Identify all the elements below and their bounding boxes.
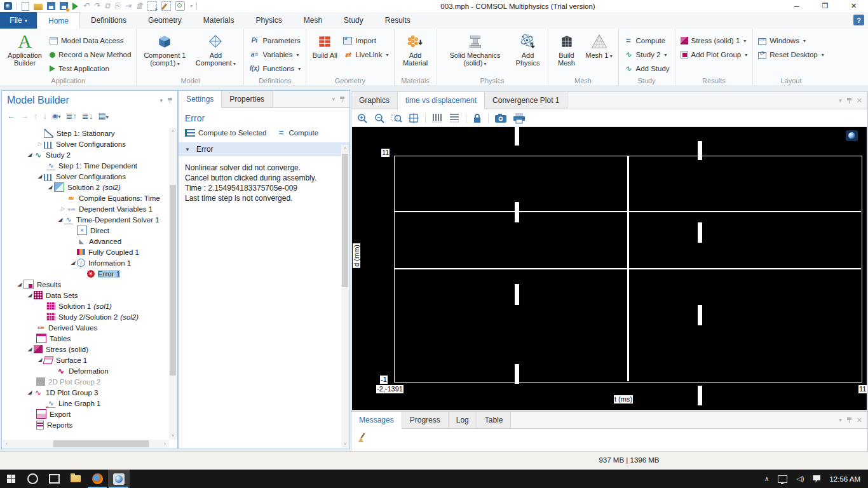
clock[interactable]: 12:56 AM bbox=[829, 475, 860, 483]
snapshot-camera-icon[interactable] bbox=[494, 113, 507, 123]
select-box-icon[interactable] bbox=[147, 1, 157, 11]
zoom-selection-icon[interactable] bbox=[175, 1, 185, 11]
close-button[interactable]: ✕ bbox=[839, 0, 868, 12]
save-as-icon[interactable] bbox=[60, 2, 68, 10]
tree-item-solution-2[interactable]: ◢Solution 2(sol2) bbox=[3, 182, 169, 193]
collapse-arrow[interactable]: ◢ bbox=[46, 182, 54, 193]
tab-log[interactable]: Log bbox=[449, 412, 477, 428]
copy-icon[interactable]: ⧉ bbox=[104, 2, 110, 10]
tab-definitions[interactable]: Definitions bbox=[80, 12, 137, 29]
run-icon[interactable] bbox=[72, 3, 78, 10]
print-icon[interactable] bbox=[513, 112, 526, 124]
tree-item-error-1[interactable]: Error 1 bbox=[3, 268, 169, 279]
chevron-down-icon[interactable]: ▾ bbox=[332, 96, 335, 102]
tree-item-fully-coupled-1[interactable]: Fully Coupled 1 bbox=[3, 247, 169, 257]
plot-canvas[interactable]: 11 -1 -2,-1391 11 t (ms) d (mm) bbox=[352, 127, 867, 410]
collapse-arrow[interactable]: ◢ bbox=[69, 257, 77, 268]
file-menu-button[interactable]: File▾ bbox=[0, 12, 37, 29]
add-physics-button[interactable]: Add Physics bbox=[513, 31, 543, 67]
cortana-button[interactable] bbox=[22, 470, 43, 488]
solid-mechanics-button[interactable]: Solid Mechanics (solid) bbox=[442, 31, 508, 68]
collapse-arrow[interactable]: ◢ bbox=[25, 290, 34, 301]
tab-physics[interactable]: Physics bbox=[245, 12, 292, 29]
add-component-button[interactable]: Add Component bbox=[193, 31, 238, 68]
tab-results[interactable]: Results bbox=[374, 12, 421, 29]
tree-item-reports[interactable]: Reports bbox=[3, 419, 169, 430]
tab-time-vs-displacement[interactable]: time vs displacement bbox=[398, 92, 485, 109]
tab-materials[interactable]: Materials bbox=[193, 12, 245, 29]
tab-geometry[interactable]: Geometry bbox=[137, 12, 193, 29]
paste-icon[interactable]: ⎘ bbox=[114, 2, 121, 10]
tab-settings[interactable]: Settings bbox=[179, 91, 222, 108]
tree-item-data-sets[interactable]: ◢Data Sets bbox=[3, 290, 169, 301]
maximize-button[interactable]: ❐ bbox=[811, 0, 839, 12]
tree-item-solution-1-dataset[interactable]: Solution 1(sol1) bbox=[3, 301, 169, 311]
compute-to-selected-button[interactable]: Compute to Selected bbox=[185, 127, 266, 139]
tree-item-2d-plot-group-2[interactable]: 2D Plot Group 2 bbox=[3, 376, 169, 387]
compute-button-settings[interactable]: =Compute bbox=[276, 127, 318, 139]
tab-home[interactable]: Home bbox=[37, 12, 80, 29]
tree-item-line-graph-1[interactable]: Line Graph 1 bbox=[3, 398, 169, 409]
expand-arrow[interactable]: ▷ bbox=[36, 139, 44, 149]
zoom-extents-icon[interactable] bbox=[408, 112, 419, 124]
tab-convergence-plot-1[interactable]: Convergence Plot 1 bbox=[485, 92, 567, 109]
tab-graphics[interactable]: Graphics bbox=[351, 92, 398, 109]
network-icon[interactable] bbox=[778, 475, 787, 483]
pin-icon[interactable] bbox=[847, 98, 851, 104]
forward-icon[interactable]: → bbox=[20, 111, 29, 121]
study-2-button[interactable]: ∿Study 2 bbox=[624, 48, 670, 62]
tab-mesh[interactable]: Mesh bbox=[293, 12, 333, 29]
tree-item-step1-time-dependent[interactable]: Step 1: Time Dependent bbox=[3, 160, 169, 171]
tree-item-compile-equations[interactable]: Compile Equations: Time bbox=[3, 193, 169, 203]
settings-vertical-scrollbar[interactable]: ˄ ˅ bbox=[341, 145, 349, 448]
tree-item-tables[interactable]: Tables bbox=[3, 333, 169, 344]
tab-properties[interactable]: Properties bbox=[222, 91, 273, 107]
close-panel-icon[interactable]: ✕ bbox=[857, 97, 862, 105]
mesh-1-button[interactable]: Mesh 1 bbox=[585, 31, 613, 60]
volume-icon[interactable]: ◁) bbox=[796, 475, 804, 483]
tab-messages[interactable]: Messages bbox=[351, 412, 402, 429]
collapse-all-icon[interactable]: ≣↑ bbox=[66, 111, 77, 121]
back-icon[interactable]: ← bbox=[7, 111, 15, 121]
test-application-button[interactable]: Test Application bbox=[50, 62, 131, 76]
component-1-button[interactable]: Component 1 (comp1) bbox=[142, 31, 187, 68]
tree-item-1d-plot-group-3[interactable]: ◢1D Plot Group 3 bbox=[3, 387, 169, 398]
stress-solid-1-button[interactable]: Stress (solid) 1 bbox=[681, 34, 748, 48]
pin-icon[interactable] bbox=[847, 417, 851, 423]
minimize-button[interactable]: ─ bbox=[782, 0, 811, 12]
collapse-arrow[interactable]: ◢ bbox=[56, 214, 64, 225]
tree-item-stress-solid[interactable]: ◢Stress (solid) bbox=[3, 344, 169, 355]
duplicate-icon[interactable]: ⇥ bbox=[125, 2, 131, 10]
model-data-access-button[interactable]: Model Data Access bbox=[50, 34, 131, 48]
add-plot-group-button[interactable]: Add Plot Group bbox=[681, 48, 748, 62]
tree-horizontal-scrollbar[interactable]: ‹ › bbox=[3, 440, 169, 448]
record-new-method-button[interactable]: Record a New Method bbox=[50, 48, 131, 62]
error-section-header[interactable]: ▼ Error bbox=[179, 142, 349, 156]
tree-item-results[interactable]: ◢Results bbox=[3, 279, 169, 290]
collapse-arrow[interactable]: ◢ bbox=[36, 171, 44, 182]
expand-arrow[interactable]: ▷ bbox=[58, 203, 67, 214]
compute-button[interactable]: =Compute bbox=[624, 34, 670, 48]
close-panel-icon[interactable]: ✕ bbox=[857, 416, 862, 424]
move-down-icon[interactable]: ↓ bbox=[43, 111, 48, 121]
tree-item-direct[interactable]: Direct bbox=[3, 225, 169, 236]
tree-item-deformation[interactable]: Deformation bbox=[3, 365, 169, 376]
lock-axis-icon[interactable] bbox=[472, 112, 482, 124]
chevron-down-icon[interactable]: ▾ bbox=[839, 417, 842, 423]
zoom-out-icon[interactable] bbox=[374, 112, 385, 124]
redo-icon[interactable]: ↷ bbox=[93, 2, 100, 10]
firefox-button[interactable] bbox=[86, 470, 108, 488]
help-button[interactable]: ? bbox=[853, 15, 864, 25]
functions-button[interactable]: f(x)Functions bbox=[249, 62, 301, 76]
tree-item-study-2[interactable]: ◢Study 2 bbox=[3, 149, 169, 160]
import-button[interactable]: Import bbox=[343, 34, 388, 48]
start-button[interactable] bbox=[0, 470, 22, 488]
pin-icon[interactable] bbox=[340, 97, 344, 102]
clear-selection-icon[interactable] bbox=[161, 1, 171, 11]
tab-progress[interactable]: Progress bbox=[402, 412, 449, 428]
collapse-arrow[interactable]: ◢ bbox=[25, 344, 34, 355]
zoom-in-icon[interactable] bbox=[356, 112, 368, 124]
move-up-icon[interactable]: ↑ bbox=[34, 111, 38, 121]
open-file-icon[interactable] bbox=[34, 4, 43, 10]
delete-icon[interactable]: 🗑︎ bbox=[135, 2, 143, 10]
